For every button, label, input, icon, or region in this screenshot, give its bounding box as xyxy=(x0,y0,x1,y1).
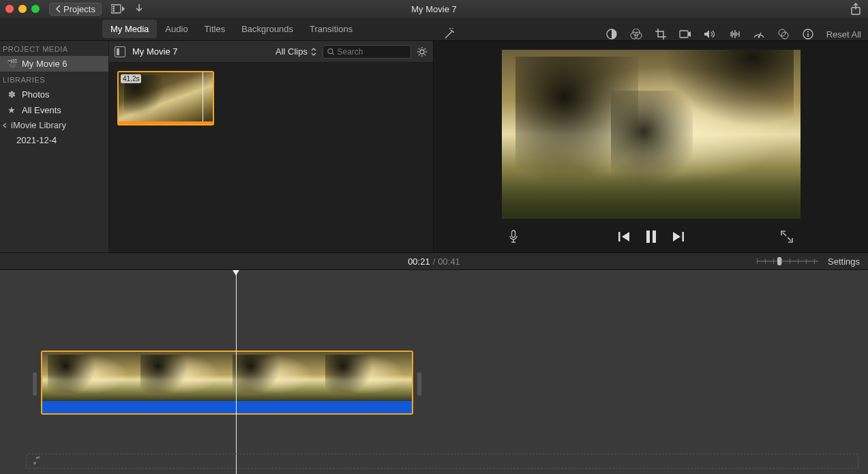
minimize-window-button[interactable] xyxy=(18,5,27,13)
chevron-down-icon xyxy=(1,122,8,129)
fullscreen-button[interactable] xyxy=(781,231,793,243)
clip-filmstrip xyxy=(42,352,412,402)
updown-icon xyxy=(310,48,317,56)
timecode-current: 00:21 xyxy=(408,256,430,267)
filters-icon[interactable] xyxy=(777,28,790,40)
clips-filter-dropdown[interactable]: All Clips xyxy=(275,46,317,57)
search-input[interactable] xyxy=(338,47,407,57)
voiceover-button[interactable] xyxy=(509,230,518,243)
stabilize-icon[interactable] xyxy=(679,28,691,40)
clapper-icon: 🎬 xyxy=(7,59,16,69)
clip-audio-track[interactable] xyxy=(42,401,412,413)
svg-point-14 xyxy=(807,31,809,33)
noise-reduction-icon[interactable] xyxy=(728,28,740,40)
reset-all-button[interactable]: Reset All xyxy=(826,29,861,40)
speed-icon[interactable] xyxy=(753,28,765,40)
projects-back-label: Projects xyxy=(63,4,95,14)
sidebar-section-libraries: LIBRARIES xyxy=(0,72,108,87)
svg-point-10 xyxy=(758,36,760,38)
sidebar-library-root[interactable]: iMovie Library xyxy=(0,118,108,132)
sidebar: PROJECT MEDIA 🎬 My Movie 6 LIBRARIES ✽ P… xyxy=(0,41,109,252)
color-correction-icon[interactable] xyxy=(630,28,642,40)
pause-button[interactable] xyxy=(646,231,657,243)
background-music-lane[interactable] xyxy=(26,454,858,469)
share-button[interactable] xyxy=(850,3,861,15)
viewer-panel xyxy=(434,41,868,252)
library-root-label: iMovie Library xyxy=(11,120,66,130)
svg-point-17 xyxy=(420,50,424,54)
volume-icon[interactable] xyxy=(704,28,716,40)
magic-wand-icon[interactable] xyxy=(443,28,455,40)
svg-point-12 xyxy=(781,32,788,39)
clip-duration-badge: 41.2s xyxy=(121,74,141,83)
svg-rect-1 xyxy=(113,6,115,8)
transport-controls xyxy=(434,221,868,252)
clip-playhead-marker xyxy=(203,72,203,124)
next-button[interactable] xyxy=(672,231,684,242)
svg-point-11 xyxy=(779,29,785,36)
preview-frame xyxy=(502,50,800,219)
sidebar-section-project-media: PROJECT MEDIA xyxy=(0,41,108,56)
list-view-toggle-icon[interactable] xyxy=(115,46,125,57)
gear-icon[interactable] xyxy=(417,46,428,57)
svg-rect-2 xyxy=(113,8,115,10)
sidebar-item-label: All Events xyxy=(22,105,61,115)
toolbar-row: My Media Audio Titles Backgrounds Transi… xyxy=(0,18,868,41)
timeline-settings-button[interactable]: Settings xyxy=(828,256,860,267)
browser-title: My Movie 7 xyxy=(132,46,177,57)
clip-grid[interactable]: 41.2s xyxy=(109,63,433,252)
previous-button[interactable] xyxy=(618,231,631,242)
timecode-display: 00:21 / 00:41 xyxy=(408,256,460,267)
svg-rect-19 xyxy=(618,232,620,241)
media-browser: My Movie 7 All Clips 41.2s xyxy=(109,41,434,252)
svg-rect-22 xyxy=(682,232,684,241)
download-button[interactable] xyxy=(134,3,144,14)
sidebar-item-label: My Movie 6 xyxy=(22,59,67,69)
search-icon xyxy=(327,48,335,56)
svg-rect-3 xyxy=(113,10,115,12)
inspector-toolbar: Reset All xyxy=(434,28,868,40)
sidebar-item-project[interactable]: 🎬 My Movie 6 xyxy=(0,56,108,72)
tab-transitions[interactable]: Transitions xyxy=(301,20,361,38)
svg-rect-18 xyxy=(512,231,515,237)
sidebar-item-photos[interactable]: ✽ Photos xyxy=(0,87,108,102)
timeline[interactable] xyxy=(0,270,868,474)
svg-rect-9 xyxy=(680,31,688,38)
projects-back-button[interactable]: Projects xyxy=(49,3,102,16)
info-icon[interactable] xyxy=(802,28,814,40)
clip-trim-handle-left[interactable] xyxy=(33,372,37,396)
timeline-clip[interactable] xyxy=(41,351,413,415)
zoom-knob[interactable] xyxy=(777,257,781,265)
music-note-icon xyxy=(32,456,40,466)
zoom-window-button[interactable] xyxy=(31,5,40,13)
crop-icon[interactable] xyxy=(655,28,667,40)
tab-backgrounds[interactable]: Backgrounds xyxy=(233,20,301,38)
clips-filter-label: All Clips xyxy=(275,46,308,57)
svg-rect-20 xyxy=(646,231,650,243)
browser-tabs: My Media Audio Titles Backgrounds Transi… xyxy=(0,18,434,40)
import-media-button[interactable] xyxy=(111,3,125,14)
sidebar-item-all-events[interactable]: ★ All Events xyxy=(0,102,108,118)
close-window-button[interactable] xyxy=(5,5,14,13)
svg-rect-21 xyxy=(653,231,656,243)
svg-point-16 xyxy=(328,48,333,53)
zoom-slider[interactable] xyxy=(757,256,818,266)
tab-audio[interactable]: Audio xyxy=(157,20,196,38)
sidebar-item-label: Photos xyxy=(22,89,49,100)
main-area: PROJECT MEDIA 🎬 My Movie 6 LIBRARIES ✽ P… xyxy=(0,41,868,252)
media-clip[interactable]: 41.2s xyxy=(117,71,214,125)
preview-viewer[interactable] xyxy=(434,41,868,221)
clip-trim-handle-right[interactable] xyxy=(417,372,421,396)
sidebar-item-event-date[interactable]: 2021-12-4 xyxy=(0,132,108,148)
tab-my-media[interactable]: My Media xyxy=(102,20,157,38)
sidebar-item-label: 2021-12-4 xyxy=(16,135,57,145)
timecode-separator: / xyxy=(433,256,436,267)
timecode-total: 00:41 xyxy=(438,256,460,267)
window-controls xyxy=(5,5,40,13)
search-field[interactable] xyxy=(323,45,411,59)
playhead[interactable] xyxy=(236,270,237,474)
color-balance-icon[interactable] xyxy=(605,28,618,40)
star-icon: ★ xyxy=(7,105,16,115)
tab-titles[interactable]: Titles xyxy=(196,20,234,38)
timeline-header: 00:21 / 00:41 Settings xyxy=(0,252,868,270)
